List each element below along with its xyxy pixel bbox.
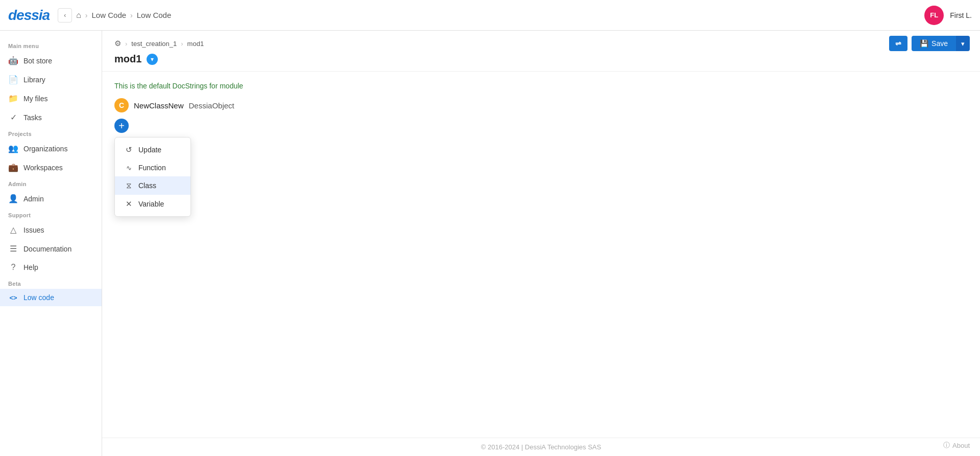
sidebar-item-my-files-label: My files xyxy=(23,95,47,103)
sidebar: Main menu 🤖 Bot store 📄 Library 📁 My fil… xyxy=(0,31,102,456)
my-files-icon: 📁 xyxy=(8,94,18,103)
dropdown-item-function[interactable]: ∿ Function xyxy=(115,159,190,176)
pr-button[interactable]: ⇌ xyxy=(889,36,907,51)
sidebar-item-library-label: Library xyxy=(23,76,45,84)
sidebar-item-help[interactable]: ? Help xyxy=(0,258,102,277)
module-breadcrumb-sep-1: › xyxy=(125,40,127,48)
class-badge: C xyxy=(114,98,129,112)
breadcrumb-lowcode-1[interactable]: Low Code xyxy=(92,11,127,19)
sidebar-item-workspaces[interactable]: 💼 Workspaces xyxy=(0,158,102,177)
dropdown-item-class[interactable]: ⧖ Class xyxy=(115,176,190,195)
sidebar-item-help-label: Help xyxy=(23,263,38,271)
main-content: ⚙ › test_creation_1 › mod1 mod1 ▾ This i… xyxy=(102,31,980,456)
nav-right: FL First L. xyxy=(924,6,972,25)
save-arrow-button[interactable]: ▾ xyxy=(956,36,970,51)
projects-label: Projects xyxy=(0,127,102,139)
save-group: 💾 Save ▾ xyxy=(912,36,970,51)
module-breadcrumb-icon: ⚙ xyxy=(114,39,121,48)
admin-icon: 👤 xyxy=(8,194,18,203)
class-menu-icon: ⧖ xyxy=(124,181,133,190)
sidebar-item-organizations[interactable]: 👥 Organizations xyxy=(0,139,102,158)
variable-icon: ✕ xyxy=(124,199,133,209)
tasks-icon: ✓ xyxy=(8,112,18,122)
documentation-icon: ☰ xyxy=(8,244,18,254)
logo: dessia xyxy=(8,7,50,24)
save-label: Save xyxy=(931,39,948,48)
bot-store-icon: 🤖 xyxy=(8,56,18,65)
module-body: This is the default DocStrings for modul… xyxy=(102,72,980,438)
workspaces-icon: 💼 xyxy=(8,163,18,172)
sidebar-item-admin[interactable]: 👤 Admin xyxy=(0,189,102,208)
back-button[interactable]: ‹ xyxy=(58,8,72,22)
dropdown-item-update-label: Update xyxy=(138,146,161,154)
user-name: First L. xyxy=(950,11,972,19)
organizations-icon: 👥 xyxy=(8,144,18,153)
sidebar-item-library[interactable]: 📄 Library xyxy=(0,70,102,89)
sidebar-item-bot-store[interactable]: 🤖 Bot store xyxy=(0,51,102,70)
about-icon: ⓘ xyxy=(943,441,950,450)
dropdown-item-function-label: Function xyxy=(138,164,166,172)
class-row: C NewClassNew DessiaObject xyxy=(114,98,968,112)
function-icon: ∿ xyxy=(124,164,133,172)
class-name: NewClassNew xyxy=(134,101,184,110)
sidebar-item-admin-label: Admin xyxy=(23,195,44,203)
admin-label: Admin xyxy=(0,177,102,189)
breadcrumb-lowcode-2[interactable]: Low Code xyxy=(137,11,172,19)
sidebar-item-issues-label: Issues xyxy=(23,226,44,234)
sidebar-item-documentation-label: Documentation xyxy=(23,245,71,253)
library-icon: 📄 xyxy=(8,75,18,84)
sidebar-item-tasks[interactable]: ✓ Tasks xyxy=(0,108,102,127)
main-menu-label: Main menu xyxy=(0,39,102,51)
module-header: ⚙ › test_creation_1 › mod1 mod1 ▾ xyxy=(102,31,980,72)
help-icon: ? xyxy=(8,263,18,272)
sidebar-item-issues[interactable]: △ Issues xyxy=(0,220,102,239)
breadcrumb-sep-2: › xyxy=(130,11,133,19)
module-breadcrumb: ⚙ › test_creation_1 › mod1 xyxy=(114,39,968,48)
docstring: This is the default DocStrings for modul… xyxy=(114,82,968,90)
sidebar-item-my-files[interactable]: 📁 My files xyxy=(0,89,102,108)
beta-label: Beta xyxy=(0,277,102,289)
support-label: Support xyxy=(0,208,102,220)
sidebar-item-bot-store-label: Bot store xyxy=(23,57,52,65)
about-label: About xyxy=(952,442,970,449)
dropdown-item-update[interactable]: ↺ Update xyxy=(115,141,190,159)
module-title: mod1 xyxy=(114,53,141,65)
add-row: + ↺ Update ∿ Function ⧖ Class xyxy=(114,119,129,133)
module-breadcrumb-test[interactable]: test_creation_1 xyxy=(131,40,177,48)
breadcrumb-sep-1: › xyxy=(85,11,88,19)
dropdown-item-variable[interactable]: ✕ Variable xyxy=(115,195,190,213)
home-icon[interactable]: ⌂ xyxy=(76,11,81,20)
dropdown-item-class-label: Class xyxy=(138,181,156,190)
add-button[interactable]: + xyxy=(114,119,129,133)
save-button[interactable]: 💾 Save xyxy=(912,36,956,51)
sidebar-item-low-code-label: Low code xyxy=(23,293,54,302)
module-badge[interactable]: ▾ xyxy=(147,54,158,65)
sidebar-item-tasks-label: Tasks xyxy=(23,113,42,122)
toolbar-right: ⇌ 💾 Save ▾ xyxy=(889,36,970,51)
module-title-row: mod1 ▾ xyxy=(114,53,968,71)
module-breadcrumb-mod1[interactable]: mod1 xyxy=(187,40,204,48)
dropdown-item-variable-label: Variable xyxy=(138,200,164,208)
issues-icon: △ xyxy=(8,225,18,235)
footer: © 2016-2024 | DessiA Technologies SAS xyxy=(102,438,980,456)
user-avatar[interactable]: FL xyxy=(924,6,944,25)
pr-icon: ⇌ xyxy=(895,39,901,48)
sidebar-item-workspaces-label: Workspaces xyxy=(23,164,63,172)
top-nav: dessia ‹ ⌂ › Low Code › Low Code FL Firs… xyxy=(0,0,980,31)
class-parent: DessiaObject xyxy=(189,101,234,110)
dropdown-menu: ↺ Update ∿ Function ⧖ Class ✕ Variable xyxy=(114,137,191,217)
sidebar-item-organizations-label: Organizations xyxy=(23,145,67,153)
update-icon: ↺ xyxy=(124,145,133,154)
low-code-icon: <> xyxy=(8,294,18,302)
sidebar-item-documentation[interactable]: ☰ Documentation xyxy=(0,239,102,258)
footer-about[interactable]: ⓘ About xyxy=(943,441,970,450)
breadcrumb: ⌂ › Low Code › Low Code xyxy=(76,11,924,20)
copyright: © 2016-2024 | DessiA Technologies SAS xyxy=(481,443,601,451)
app-body: Main menu 🤖 Bot store 📄 Library 📁 My fil… xyxy=(0,31,980,456)
module-breadcrumb-sep-2: › xyxy=(181,40,183,48)
save-icon: 💾 xyxy=(920,39,928,48)
sidebar-item-low-code[interactable]: <> Low code xyxy=(0,289,102,306)
